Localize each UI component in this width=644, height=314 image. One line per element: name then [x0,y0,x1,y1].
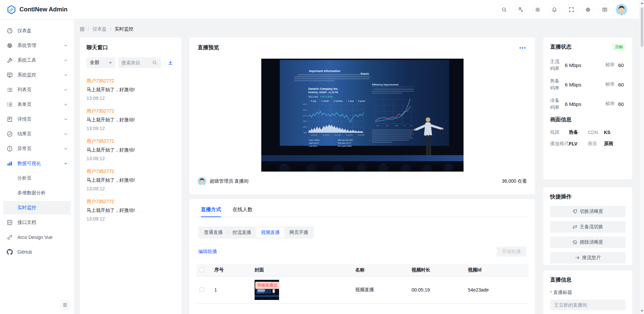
chat-download-button[interactable] [168,60,173,65]
cell-duration: 00:05:19 [408,276,465,304]
col-header-no: 序号 [211,264,251,276]
more-icon[interactable] [518,46,527,50]
stream-row-main: 主流码率 6 Mbps 帧率 60 [550,58,626,72]
svg-text:11:30 AM: 11:30 AM [323,134,329,136]
chat-text: 马上就开始了，好激动! [87,117,175,123]
svg-text:A: A [521,9,523,12]
bell-icon [552,7,557,12]
scroll-down-arrow[interactable] [641,310,643,312]
chat-message-list: 用户7352772 马上就开始了，好激动! 13:09:12 用户7352772… [87,78,175,222]
search-icon [501,7,507,12]
stream-row-hot-backup: 热备码率 6 Mbps 帧率 60 [550,77,626,91]
mode-flow-live[interactable]: 控流直播 [228,228,256,238]
table-row[interactable]: 1 [196,276,528,304]
sidebar-collapse-button[interactable] [60,300,70,310]
live-video-player[interactable]: Important Information Generic Company In… [261,59,464,172]
edit-carousel-link[interactable]: 编辑轮播 [198,249,217,255]
chevron-down-icon [109,61,112,64]
sidebar-item-label: 列表页 [17,87,32,93]
chat-controls: 全部 [87,57,175,68]
sidebar-item-github[interactable]: GitHub [3,245,71,259]
live-info-panel: 直播信息 * 直播标题 [543,270,632,314]
start-carousel-button[interactable]: 开始轮播 [497,247,526,257]
chat-filter-select[interactable]: 全部 [87,57,115,68]
tab-live-mode[interactable]: 直播方式 [201,204,221,217]
svg-text:101.5: 101.5 [303,109,307,111]
mode-web-live[interactable]: 网页开播 [285,228,313,238]
live-preview-panel: 直播预览 [190,38,535,194]
push-pad-button[interactable]: 推流垫片 [550,252,626,263]
sidebar-item-label: 结果页 [17,131,32,137]
chat-text: 马上就开始了，好激动! [87,147,175,153]
sun-icon [535,7,540,12]
main-content: / 仪表盘 / 实时监控 聊天窗口 全部 [74,19,644,314]
cell-no: 1 [211,276,251,304]
app-logo[interactable]: ContiNew Admin [7,5,67,14]
sidebar-item-system-monitor[interactable]: 系统监控 [3,68,71,82]
sidebar-item-arco-design-vue[interactable]: Arco Design Vue [3,231,71,244]
apps-grid-icon[interactable] [80,27,85,32]
header-actions: 文 A [498,4,637,15]
sidebar-item-list-pages[interactable]: 列表页 [3,83,71,97]
sidebar-item-form-pages[interactable]: 表单页 [3,98,71,111]
breadcrumb-item-dashboard[interactable]: 仪表盘 [93,26,107,32]
remove-quality-button[interactable]: 摘除清晰度 [550,237,626,248]
translate-button[interactable]: 文 A [515,4,527,15]
svg-text:Oct: Oct [404,125,406,126]
sidebar-item-dashboard[interactable]: 仪表盘 [3,24,71,38]
live-info-title: 直播信息 [550,276,626,284]
cell-video-id: 54e23ade [465,276,528,304]
sidebar-item-realtime-monitor[interactable]: 实时监控 [3,201,71,214]
chat-title: 聊天窗口 [87,44,175,51]
page-scrollbar[interactable] [639,0,644,314]
fullscreen-button[interactable] [566,4,577,15]
scrollbar-thumb[interactable] [641,7,643,47]
notifications-button[interactable] [549,4,560,15]
fps-label: 帧率 [605,101,615,107]
chat-time: 13:09:12 [87,126,175,131]
sidebar-item-system-tools[interactable]: 系统工具 [3,54,71,67]
settings-button[interactable] [582,4,594,15]
switch-quality-button[interactable]: 切换清晰度 [550,206,626,217]
svg-text:10:00 AM: 10:00 AM [311,134,317,136]
chat-text: 马上就开始了，好激动! [87,87,175,93]
select-all-checkbox[interactable] [200,267,204,272]
scroll-up-arrow[interactable] [641,2,643,4]
swap-stream-button[interactable]: 主备流切换 [550,221,626,233]
sidebar-item-data-visualization[interactable]: 数据可视化 [3,157,71,170]
live-title-input[interactable] [550,300,626,310]
wrench-icon [7,57,13,63]
bar-chart-icon [7,161,13,167]
theme-button[interactable] [532,4,543,15]
sidebar-item-result-pages[interactable]: 结果页 [3,127,71,141]
row-checkbox[interactable] [200,287,204,292]
col-header-video-id: 视频Id [465,264,528,276]
sidebar-item-api-docs[interactable]: 接口文档 [3,216,71,229]
mode-normal-live[interactable]: 普通直播 [199,228,227,238]
sidebar-item-analysis-page[interactable]: 分析页 [3,172,71,185]
user-avatar[interactable] [616,4,627,15]
svg-text:High 101.6: High 101.6 [309,142,319,144]
sidebar-item-label: 系统管理 [17,43,36,49]
search-button[interactable] [498,4,510,15]
main-column: 直播预览 [190,38,535,314]
sidebar-item-system-management[interactable]: 系统管理 [3,39,71,52]
docs-button[interactable] [599,4,610,15]
svg-text:Mkt cap 102,400: Mkt cap 102,400 [338,139,353,141]
table-header-row: 序号 封面 名称 视频时长 视频Id [196,264,528,276]
svg-text:Report: Report [361,72,369,75]
sidebar-item-detail-pages[interactable]: 详情页 [3,113,71,126]
arrow-right-icon [575,255,580,260]
sidebar-item-exception-pages[interactable]: 异常页 [3,142,71,155]
stream-bitrate: 6 Mbps [565,101,605,107]
streamer-avatar [198,177,206,186]
chat-search-input[interactable] [121,60,150,65]
svg-text:Jun: Jun [386,125,388,126]
tab-online-count[interactable]: 在线人数 [232,204,253,217]
mode-video-live[interactable]: 视频直播 [256,228,284,238]
stream-bitrate: 6 Mbps [565,82,605,87]
chevron-down-icon [64,132,67,136]
fps-value: 60 [618,101,626,107]
sidebar-item-multidim-analysis[interactable]: 多维数据分析 [3,186,71,200]
svg-text:Open 100.0: Open 100.0 [309,139,320,141]
